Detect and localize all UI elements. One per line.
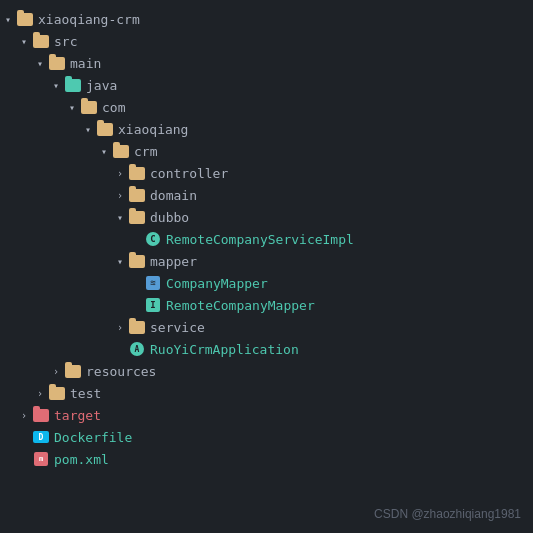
tree-item-RemoteCompanyMapper[interactable]: IRemoteCompanyMapper bbox=[0, 294, 533, 316]
tree-item-main[interactable]: main bbox=[0, 52, 533, 74]
tree-arrow bbox=[80, 124, 96, 135]
tree-item-mapper[interactable]: mapper bbox=[0, 250, 533, 272]
tree-item-dubbo[interactable]: dubbo bbox=[0, 206, 533, 228]
item-label: RemoteCompanyServiceImpl bbox=[166, 232, 354, 247]
tree-item-Dockerfile[interactable]: DDockerfile bbox=[0, 426, 533, 448]
item-label: xiaoqiang-crm bbox=[38, 12, 140, 27]
tree-arrow bbox=[112, 256, 128, 267]
watermark: CSDN @zhaozhiqiang1981 bbox=[374, 507, 521, 521]
tree-arrow bbox=[112, 212, 128, 223]
item-label: com bbox=[102, 100, 125, 115]
item-label: main bbox=[70, 56, 101, 71]
tree-arrow bbox=[48, 80, 64, 91]
item-label: dubbo bbox=[150, 210, 189, 225]
folder-icon bbox=[64, 363, 82, 379]
item-label: service bbox=[150, 320, 205, 335]
item-label: CompanyMapper bbox=[166, 276, 268, 291]
tree-item-RuoYiCrmApplication[interactable]: ARuoYiCrmApplication bbox=[0, 338, 533, 360]
tree-arrow bbox=[16, 36, 32, 47]
item-label: domain bbox=[150, 188, 197, 203]
app-icon: A bbox=[128, 341, 146, 357]
item-label: RuoYiCrmApplication bbox=[150, 342, 299, 357]
tree-items: xiaoqiang-crmsrcmainjavacomxiaoqiangcrmc… bbox=[0, 8, 533, 470]
folder-icon bbox=[128, 187, 146, 203]
folder-icon bbox=[80, 99, 98, 115]
tree-item-CompanyMapper[interactable]: CompanyMapper bbox=[0, 272, 533, 294]
item-label: Dockerfile bbox=[54, 430, 132, 445]
tree-arrow bbox=[0, 14, 16, 25]
folder-icon bbox=[64, 77, 82, 93]
folder-icon bbox=[48, 55, 66, 71]
item-label: xiaoqiang bbox=[118, 122, 188, 137]
file-tree: xiaoqiang-crmsrcmainjavacomxiaoqiangcrmc… bbox=[0, 0, 533, 533]
xml-icon: m bbox=[32, 451, 50, 467]
tree-item-target[interactable]: target bbox=[0, 404, 533, 426]
item-label: test bbox=[70, 386, 101, 401]
folder-icon bbox=[112, 143, 130, 159]
item-label: src bbox=[54, 34, 77, 49]
mapper-icon bbox=[144, 275, 162, 291]
interface-icon: I bbox=[144, 297, 162, 313]
folder-icon bbox=[32, 33, 50, 49]
tree-item-xiaoqiang[interactable]: xiaoqiang bbox=[0, 118, 533, 140]
item-label: crm bbox=[134, 144, 157, 159]
tree-arrow bbox=[32, 58, 48, 69]
tree-arrow bbox=[48, 366, 64, 377]
tree-item-domain[interactable]: domain bbox=[0, 184, 533, 206]
tree-arrow bbox=[96, 146, 112, 157]
item-label: target bbox=[54, 408, 101, 423]
folder-icon bbox=[128, 253, 146, 269]
item-label: RemoteCompanyMapper bbox=[166, 298, 315, 313]
folder-icon bbox=[128, 165, 146, 181]
tree-item-pom.xml[interactable]: mpom.xml bbox=[0, 448, 533, 470]
tree-arrow bbox=[112, 168, 128, 179]
class-c-icon: C bbox=[144, 231, 162, 247]
docker-icon: D bbox=[32, 429, 50, 445]
item-label: controller bbox=[150, 166, 228, 181]
tree-item-RemoteCompanyServiceImpl[interactable]: CRemoteCompanyServiceImpl bbox=[0, 228, 533, 250]
tree-arrow bbox=[16, 410, 32, 421]
folder-icon bbox=[96, 121, 114, 137]
tree-item-resources[interactable]: resources bbox=[0, 360, 533, 382]
tree-item-test[interactable]: test bbox=[0, 382, 533, 404]
tree-item-src[interactable]: src bbox=[0, 30, 533, 52]
item-label: mapper bbox=[150, 254, 197, 269]
tree-arrow bbox=[64, 102, 80, 113]
tree-item-root[interactable]: xiaoqiang-crm bbox=[0, 8, 533, 30]
tree-item-com[interactable]: com bbox=[0, 96, 533, 118]
tree-arrow bbox=[32, 388, 48, 399]
folder-icon bbox=[128, 319, 146, 335]
tree-item-java[interactable]: java bbox=[0, 74, 533, 96]
item-label: java bbox=[86, 78, 117, 93]
folder-icon bbox=[32, 407, 50, 423]
tree-arrow bbox=[112, 322, 128, 333]
folder-icon bbox=[48, 385, 66, 401]
tree-item-crm[interactable]: crm bbox=[0, 140, 533, 162]
folder-icon bbox=[128, 209, 146, 225]
item-label: resources bbox=[86, 364, 156, 379]
tree-item-service[interactable]: service bbox=[0, 316, 533, 338]
tree-arrow bbox=[112, 190, 128, 201]
tree-item-controller[interactable]: controller bbox=[0, 162, 533, 184]
item-label: pom.xml bbox=[54, 452, 109, 467]
folder-icon bbox=[16, 11, 34, 27]
